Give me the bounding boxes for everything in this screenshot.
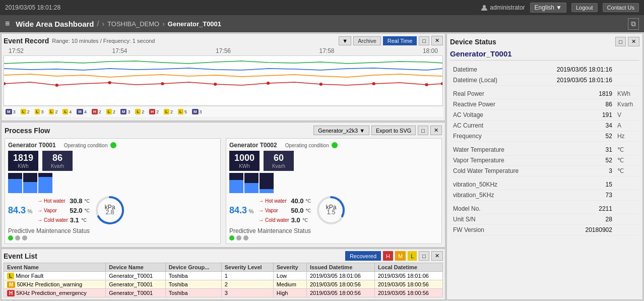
issued-cell: 2019/03/05 18:00:56 [306,289,374,297]
device-status-table-container[interactable]: Datetime 2019/03/05 18:01:16 Datetime (L… [450,65,639,296]
logout-button[interactable]: Logout [571,3,598,12]
user-icon [481,4,488,11]
svg-point-2 [55,84,58,87]
severity-l-button[interactable]: L [408,251,417,261]
window-maximize-icon[interactable]: ⧉ [628,18,639,30]
status-label: Model No. [450,204,544,214]
device-status-minimize[interactable]: □ [615,37,626,46]
status-value: 191 [544,110,615,121]
event-list-title: Event List [4,252,37,260]
event-table-container[interactable]: Event Name Device Name Device Group... S… [4,263,443,297]
process-flow-minimize[interactable]: □ [418,126,428,135]
menu-icon[interactable]: ≡ [5,19,10,28]
device-name-title: Generator_T0001 [450,49,639,61]
status-unit: Kvarh [615,99,639,110]
breadcrumb-demo[interactable]: TOSHIBA_DEMO [107,20,159,28]
status-row: vibration_50KHz 15 [450,179,639,190]
gen2-gauges [229,173,438,193]
status-row: Frequency 52 Hz [450,131,639,142]
severity-m-button[interactable]: M [395,251,406,261]
svg-point-3 [108,81,111,84]
table-row: M 50KHz Prediction_warning Generator_T00… [4,280,443,289]
col-local: Local Datetime [374,263,442,272]
status-unit: ℃ [615,145,639,155]
status-row: vibration_5KHz 73 [450,190,639,201]
gen2-title: Generator T0002 [229,142,277,149]
gen2-dot-green [229,235,234,240]
status-value: 20180902 [544,225,615,235]
main-content: Event Record Range: 10 minutes / Frequen… [0,32,644,301]
gen2-condition-label: Operating condition [285,143,329,148]
svg-point-9 [425,83,428,86]
col-event-name: Event Name [4,263,106,272]
status-value: 86 [544,99,615,110]
local-cell: 2019/03/05 18:00:56 [374,289,442,297]
marker-l-1: L [21,109,26,114]
recovered-button[interactable]: Recovered [345,251,381,261]
status-unit [615,75,639,86]
event-name-cell: M 50KHz Prediction_warning [4,280,106,289]
severity-h-button[interactable]: H [383,251,393,261]
event-record-title: Event Record [4,37,49,45]
nav-bar: ≡ Wide Area Dashboard / › TOSHIBA_DEMO ›… [0,15,644,32]
gen2-gauge-1 [229,173,243,193]
status-label: Datetime (Local) [450,75,544,86]
device-status-close[interactable]: ✕ [628,37,639,46]
severity-cell: Medium [273,280,306,289]
gen1-status-dots [8,235,217,240]
issued-cell: 2019/03/05 18:01:06 [306,272,374,280]
status-unit: KWh [615,89,639,99]
status-unit [615,179,639,190]
event-list-minimize[interactable]: □ [419,251,429,261]
local-cell: 2019/03/05 18:01:06 [374,272,442,280]
gen1-gauge-3 [38,173,52,193]
gen2-predictive-label: Predictive Maintenance Status [229,227,311,234]
gen2-vapor-label: → Vapor [259,208,289,213]
gen2-predictive: Predictive Maintenance Status [229,227,438,234]
marker-l-3: L [49,109,54,114]
status-label: Frequency [450,131,544,142]
status-value: 2211 [544,204,615,214]
event-record-minimize[interactable]: □ [419,36,429,45]
username: administrator [490,4,525,11]
gen1-cold-water-value: 3.1 [70,216,79,224]
event-list-close[interactable]: ✕ [431,251,443,261]
archive-button[interactable]: Archive [353,36,381,45]
status-row: AC Voltage 191 V [450,110,639,121]
breadcrumb-current: Generator_T0001 [168,20,221,28]
contact-button[interactable]: Contact Us [603,3,639,12]
gen1-vapor-unit: ℃ [84,208,90,213]
realtime-button[interactable]: Real Time [383,36,417,45]
datetime: 2019/03/05 18:01:28 [5,4,60,11]
status-label: Reactive Power [450,99,544,110]
svg-point-1 [4,82,6,85]
gen1-hot-water-row: → Hot water 30.8 ℃ [37,197,90,205]
status-label: FW Version [450,225,544,235]
gen1-gauge-1 [8,173,22,193]
svg-point-10 [441,82,442,85]
gen1-gauges [8,173,217,193]
export-svg-button[interactable]: Export to SVG [371,126,416,135]
event-record-range: Range: 10 minutes / Frequency: 1 second [52,38,155,44]
svg-point-7 [319,83,323,86]
chart-svg [4,56,442,91]
marker-l-7: L [164,109,169,114]
severity-level-cell: 2 [221,280,273,289]
gen2-cold-water-unit: ℃ [302,217,308,223]
time-label-0: 17:52 [9,47,24,54]
generator-select-button[interactable]: Generator_x2k3 ▼ [313,126,369,135]
status-label: Cold Water Temperature [450,166,544,176]
process-flow-close[interactable]: ✕ [430,126,442,135]
language-button[interactable]: English ▼ [530,3,566,13]
event-record-close[interactable]: ✕ [431,36,443,45]
breadcrumb-sep2: › [162,20,165,28]
gen2-reactive-value: 60 [268,153,290,163]
status-row: Datetime 2019/03/05 18:01:16 [450,65,639,75]
gen2-hot-water-value: 40.0 [291,197,303,205]
status-label: AC Voltage [450,110,544,121]
gen1-power-unit: KWh [12,163,34,169]
status-label: Unit S/N [450,214,544,225]
event-record-dropdown[interactable]: ▼ [339,36,351,45]
gen2-hot-water-row: → Hot water 40.0 ℃ [259,197,311,205]
gen1-cold-water-label: → Cold water [37,217,68,223]
